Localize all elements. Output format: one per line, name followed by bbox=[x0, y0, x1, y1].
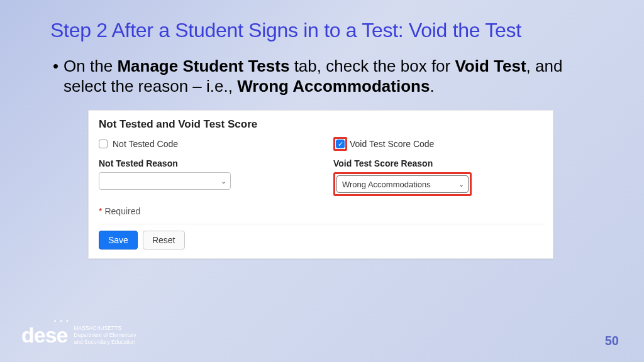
bullet-seg: tab, check the box for bbox=[289, 57, 455, 75]
not-tested-reason-label: Not Tested Reason bbox=[99, 158, 308, 168]
logo-dots-icon: • • • bbox=[54, 319, 69, 324]
bullet-text: On the Manage Student Tests tab, check t… bbox=[64, 56, 594, 96]
panel-grid: Not Tested Code ✓ Void Test Score Code N… bbox=[97, 137, 544, 201]
logo-line: and Secondary Education bbox=[74, 339, 136, 346]
not-tested-reason-select[interactable]: ⌄ bbox=[99, 172, 231, 190]
not-tested-checkbox[interactable] bbox=[99, 140, 108, 148]
footer-logo: dese • • • MASSACHUSETTS Department of E… bbox=[21, 324, 136, 346]
not-tested-reason-field: Not Tested Reason ⌄ bbox=[99, 157, 308, 196]
bullet-bold: Void Test bbox=[455, 57, 526, 75]
bullet-seg: . bbox=[430, 77, 434, 96]
required-note: *Required bbox=[97, 201, 544, 224]
button-row: Save Reset bbox=[97, 224, 544, 251]
bullet-bold: Wrong Accommodations bbox=[237, 77, 430, 96]
not-tested-checkbox-label: Not Tested Code bbox=[113, 139, 178, 149]
bullet-item: • On the Manage Student Tests tab, check… bbox=[50, 56, 594, 96]
logo-subtext: MASSACHUSETTS Department of Elementary a… bbox=[74, 325, 136, 346]
reset-button[interactable]: Reset bbox=[143, 231, 185, 250]
logo-line: MASSACHUSETTS bbox=[74, 325, 136, 332]
void-reason-select[interactable]: Wrong Accommodations ⌄ bbox=[336, 175, 469, 193]
void-checkbox-row: ✓ Void Test Score Code bbox=[333, 137, 543, 151]
bullet-seg: On the bbox=[64, 57, 117, 75]
check-icon: ✓ bbox=[338, 141, 343, 148]
highlight-box: Wrong Accommodations ⌄ bbox=[333, 172, 472, 196]
void-reason-field: Void Test Score Reason Wrong Accommodati… bbox=[333, 157, 543, 196]
asterisk-icon: * bbox=[99, 206, 102, 216]
slide: Step 2 After a Student Signs in to a Tes… bbox=[0, 0, 644, 362]
void-checkbox-label: Void Test Score Code bbox=[350, 139, 434, 149]
select-value: Wrong Accommodations bbox=[342, 180, 431, 189]
not-tested-checkbox-row: Not Tested Code bbox=[99, 137, 308, 151]
highlight-box: ✓ bbox=[333, 137, 347, 151]
void-reason-label: Void Test Score Reason bbox=[333, 158, 543, 168]
logo-text-mark: dese bbox=[21, 323, 68, 347]
void-checkbox[interactable]: ✓ bbox=[336, 140, 345, 148]
chevron-down-icon: ⌄ bbox=[458, 180, 464, 189]
logo-line: Department of Elementary bbox=[74, 332, 136, 339]
slide-title: Step 2 After a Student Signs in to a Tes… bbox=[50, 19, 594, 42]
bullet-bold: Manage Student Tests bbox=[117, 57, 289, 75]
chevron-down-icon: ⌄ bbox=[221, 177, 226, 185]
bullet-marker: • bbox=[53, 56, 58, 76]
page-number: 50 bbox=[605, 334, 619, 348]
save-button[interactable]: Save bbox=[99, 231, 138, 250]
form-panel: Not Tested and Void Test Score Not Teste… bbox=[88, 110, 553, 259]
panel-heading: Not Tested and Void Test Score bbox=[97, 114, 544, 137]
logo-mark: dese • • • bbox=[21, 324, 68, 346]
required-text: Required bbox=[104, 206, 140, 216]
